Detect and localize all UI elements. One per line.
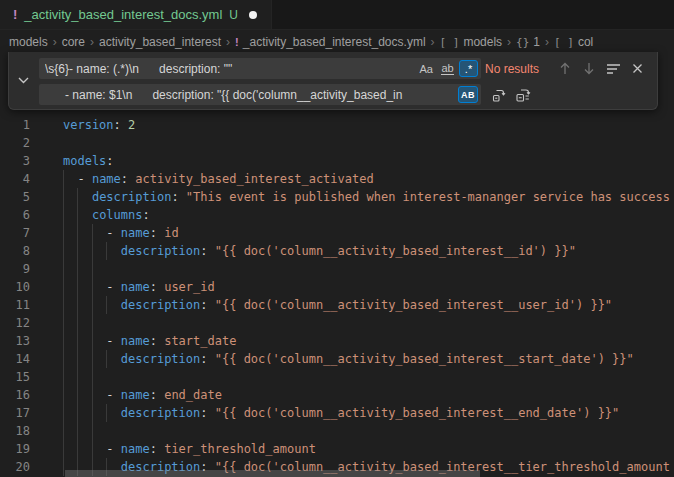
line-number[interactable]: 3	[0, 152, 30, 170]
line-number[interactable]: 20	[0, 458, 30, 476]
close-find-widget-button[interactable]	[627, 59, 647, 79]
line-number[interactable]: 6	[0, 206, 30, 224]
match-case-toggle[interactable]: Aa	[417, 60, 436, 77]
code-line[interactable]: 14 description: "{{ doc('column__activit…	[0, 350, 674, 368]
preserve-case-label: AB	[461, 90, 475, 100]
match-case-label: Aa	[420, 63, 433, 75]
indent-guide	[106, 296, 107, 314]
breadcrumb-item[interactable]: activity_based_interest	[99, 35, 221, 49]
code-line-text: description: "{{ doc('column__activity_b…	[63, 404, 674, 422]
whole-word-toggle[interactable]: ab	[438, 60, 457, 77]
breadcrumb-item[interactable]: [ ]col	[554, 35, 593, 49]
tab-bar: ! _activity_based_interest_docs.yml U	[0, 0, 674, 30]
breadcrumb-separator-icon: ›	[53, 35, 57, 49]
line-number[interactable]: 13	[0, 332, 30, 350]
preserve-case-toggle[interactable]: AB	[458, 86, 478, 103]
breadcrumb-label: models	[9, 35, 48, 49]
line-number[interactable]: 8	[0, 242, 30, 260]
indent-guide	[77, 440, 78, 458]
code-line-text	[63, 314, 674, 332]
line-number[interactable]: 4	[0, 170, 30, 188]
line-number[interactable]: 10	[0, 278, 30, 296]
find-input[interactable]	[39, 58, 481, 79]
unsaved-changes-dot-icon[interactable]	[249, 11, 257, 19]
breadcrumb-label: models	[463, 35, 502, 49]
code-line[interactable]: 19 - name: tier_threshold_amount	[0, 440, 674, 458]
line-number[interactable]: 17	[0, 404, 30, 422]
code-line-text: columns:	[63, 206, 674, 224]
code-line[interactable]: 15	[0, 368, 674, 386]
indent-guide	[77, 260, 78, 278]
code-line-text: version: 2	[63, 116, 674, 134]
tab-activity-based-interest-docs[interactable]: ! _activity_based_interest_docs.yml U	[0, 0, 272, 29]
code-line-text: description: "{{ doc('column__activity_b…	[63, 350, 674, 368]
line-number[interactable]: 11	[0, 296, 30, 314]
indent-guide	[63, 188, 64, 206]
arrow-up-icon	[559, 62, 571, 75]
code-line[interactable]: 7 - name: id	[0, 224, 674, 242]
breadcrumb-separator-icon: ›	[545, 35, 549, 49]
replace-button[interactable]	[489, 85, 509, 105]
breadcrumb-item[interactable]: !_activity_based_interest_docs.yml	[235, 35, 425, 49]
code-line[interactable]: 16 - name: end_date	[0, 386, 674, 404]
indent-guide	[92, 332, 93, 350]
line-number[interactable]: 18	[0, 422, 30, 440]
file-warning-icon: !	[13, 7, 17, 22]
previous-match-button[interactable]	[555, 59, 575, 79]
code-line[interactable]: 9	[0, 260, 674, 278]
code-line[interactable]: 13 - name: start_date	[0, 332, 674, 350]
line-number[interactable]: 5	[0, 188, 30, 206]
code-line[interactable]: 18	[0, 422, 674, 440]
whole-word-label: ab	[441, 63, 453, 75]
indent-guide	[92, 368, 93, 386]
line-number[interactable]: 1	[0, 116, 30, 134]
code-line[interactable]: 10 - name: user_id	[0, 278, 674, 296]
line-number[interactable]: 16	[0, 386, 30, 404]
line-number[interactable]: 12	[0, 314, 30, 332]
code-line[interactable]: 5 description: "This event is published …	[0, 188, 674, 206]
editor-pane[interactable]: 1version: 223models:4 - name: activity_b…	[0, 53, 674, 477]
regex-toggle[interactable]: .*	[459, 60, 478, 77]
breadcrumb-label: activity_based_interest	[99, 35, 221, 49]
toggle-replace-button[interactable]	[9, 52, 37, 109]
find-in-selection-button[interactable]	[603, 59, 623, 79]
indent-guide	[77, 188, 78, 206]
indent-guide	[77, 422, 78, 440]
breadcrumb-item[interactable]: models	[9, 35, 48, 49]
indent-guide	[77, 386, 78, 404]
code-line-text: - name: user_id	[63, 278, 674, 296]
line-number[interactable]: 15	[0, 368, 30, 386]
breadcrumb-label: core	[62, 35, 85, 49]
horizontal-scrollbar[interactable]	[65, 470, 480, 477]
find-replace-widget: Aa ab .* No results	[8, 52, 658, 110]
breadcrumb-item[interactable]: core	[62, 35, 85, 49]
replace-all-button[interactable]	[513, 85, 533, 105]
code-line[interactable]: 11 description: "{{ doc('column__activit…	[0, 296, 674, 314]
next-match-button[interactable]	[579, 59, 599, 79]
indent-guide	[77, 296, 78, 314]
breadcrumb-item[interactable]: [ ]models	[440, 35, 503, 49]
code-area[interactable]: 1version: 223models:4 - name: activity_b…	[0, 116, 674, 476]
code-line[interactable]: 2	[0, 134, 674, 152]
code-line-text: - name: start_date	[63, 332, 674, 350]
replace-input[interactable]	[39, 84, 481, 105]
code-line[interactable]: 3models:	[0, 152, 674, 170]
code-line[interactable]: 6 columns:	[0, 206, 674, 224]
code-line[interactable]: 17 description: "{{ doc('column__activit…	[0, 404, 674, 422]
line-number[interactable]: 2	[0, 134, 30, 152]
arrow-down-icon	[583, 62, 595, 75]
indent-guide	[63, 332, 64, 350]
line-number[interactable]: 19	[0, 440, 30, 458]
code-line[interactable]: 4 - name: activity_based_interest_activa…	[0, 170, 674, 188]
file-warning-icon: !	[235, 36, 239, 48]
breadcrumb-item[interactable]: {}1	[516, 35, 540, 49]
symbol-object-icon: {}	[516, 36, 529, 49]
code-line[interactable]: 8 description: "{{ doc('column__activity…	[0, 242, 674, 260]
line-number[interactable]: 14	[0, 350, 30, 368]
code-line[interactable]: 12	[0, 314, 674, 332]
code-line[interactable]: 1version: 2	[0, 116, 674, 134]
line-number[interactable]: 7	[0, 224, 30, 242]
line-number[interactable]: 9	[0, 260, 30, 278]
git-untracked-badge: U	[229, 8, 238, 22]
indent-guide	[77, 350, 78, 368]
